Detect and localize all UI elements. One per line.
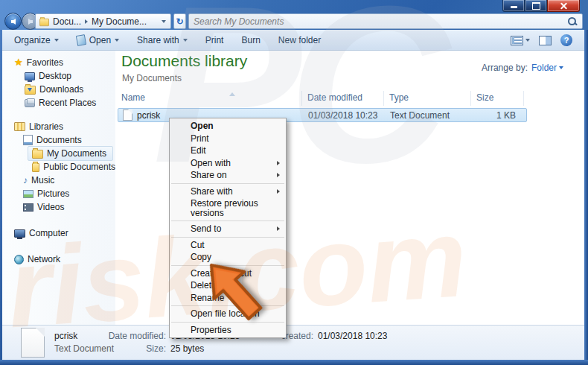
sidebar-item-music[interactable]: ♪Music bbox=[2, 174, 115, 187]
sidebar-item-libraries[interactable]: Libraries bbox=[2, 120, 115, 133]
close-button[interactable] bbox=[547, 0, 580, 12]
column-divider bbox=[470, 91, 471, 106]
details-modified-label: Date modified: bbox=[92, 331, 166, 341]
column-divider bbox=[301, 91, 302, 106]
burn-label: Burn bbox=[241, 35, 260, 45]
folder-icon bbox=[32, 163, 39, 172]
column-header-date-modified[interactable]: Date modified bbox=[307, 92, 362, 103]
organize-button[interactable]: Organize bbox=[14, 35, 59, 45]
print-label: Print bbox=[205, 35, 224, 45]
explorer-window: Docu... My Docume... ↻ Organize Open Sha… bbox=[0, 0, 588, 365]
menu-separator bbox=[171, 220, 284, 221]
menu-item-send-to[interactable]: Send to bbox=[170, 223, 286, 235]
refresh-icon: ↻ bbox=[176, 16, 183, 27]
sidebar-item-downloads[interactable]: Downloads bbox=[2, 83, 115, 96]
back-button[interactable] bbox=[4, 13, 22, 30]
share-with-button[interactable]: Share with bbox=[137, 35, 188, 45]
refresh-button[interactable]: ↻ bbox=[173, 13, 186, 29]
command-toolbar: Organize Open Share with Print Burn New … bbox=[2, 30, 584, 51]
menu-item-restore-previous-versions[interactable]: Restore previous versions bbox=[170, 197, 286, 219]
computer-icon bbox=[14, 229, 25, 238]
dropdown-caret-icon bbox=[525, 39, 530, 42]
search-icon[interactable] bbox=[567, 16, 578, 27]
menu-item-open-with[interactable]: Open with bbox=[170, 157, 286, 170]
dropdown-caret-icon bbox=[115, 39, 119, 42]
minimize-button[interactable] bbox=[502, 0, 525, 12]
sidebar-item-my-documents[interactable]: My Documents bbox=[2, 147, 115, 160]
window-frame-bottom bbox=[0, 360, 588, 365]
sidebar-item-videos[interactable]: Videos bbox=[2, 200, 115, 214]
sidebar-item-documents[interactable]: Documents bbox=[2, 133, 115, 147]
column-header-size[interactable]: Size bbox=[476, 92, 493, 103]
text-file-icon bbox=[123, 110, 132, 121]
network-globe-icon bbox=[14, 255, 24, 264]
breadcrumb-item-my-documents[interactable]: My Docume... bbox=[89, 16, 150, 27]
file-date-modified: 01/03/2018 10:23 bbox=[308, 110, 377, 121]
sort-indicator-icon bbox=[229, 92, 235, 96]
dropdown-caret-icon bbox=[54, 39, 59, 42]
column-header-type[interactable]: Type bbox=[389, 92, 409, 103]
menu-item-open[interactable]: Open bbox=[170, 120, 286, 133]
minimize-icon bbox=[511, 6, 517, 8]
details-size-value: 25 bytes bbox=[170, 343, 204, 354]
folder-icon bbox=[32, 150, 43, 159]
help-button[interactable]: ? bbox=[560, 34, 572, 46]
search-input[interactable] bbox=[189, 16, 567, 27]
back-arrow-icon bbox=[11, 19, 16, 25]
menu-item-share-on[interactable]: Share on bbox=[170, 169, 286, 182]
details-size-label: Size: bbox=[92, 343, 166, 354]
arrange-by-control[interactable]: Arrange by: Folder bbox=[482, 63, 563, 73]
window-controls bbox=[502, 0, 580, 12]
navigation-pane: ★Favorites Desktop Downloads Recent Plac… bbox=[2, 51, 115, 326]
sidebar-item-network[interactable]: Network bbox=[2, 253, 115, 266]
file-type: Text Document bbox=[390, 110, 450, 121]
sidebar-item-pictures[interactable]: Pictures bbox=[2, 187, 115, 200]
breadcrumb-separator-icon bbox=[85, 19, 88, 24]
preview-pane-button[interactable] bbox=[539, 36, 552, 45]
page-title: Documents library bbox=[121, 52, 247, 70]
column-header-name[interactable]: Name bbox=[121, 92, 145, 103]
videos-icon bbox=[23, 203, 33, 212]
sidebar-item-favorites[interactable]: ★Favorites bbox=[2, 56, 115, 69]
menu-separator bbox=[171, 183, 284, 184]
pictures-icon bbox=[23, 190, 33, 198]
arrange-by-label: Arrange by: bbox=[482, 63, 528, 73]
downloads-folder-icon bbox=[25, 86, 36, 95]
search-box bbox=[188, 13, 583, 29]
breadcrumb-item-documents[interactable]: Docu... bbox=[50, 16, 84, 27]
music-note-icon: ♪ bbox=[23, 176, 28, 185]
sidebar-item-public-documents[interactable]: Public Documents bbox=[2, 160, 115, 174]
open-label: Open bbox=[89, 35, 111, 45]
text-file-icon-large bbox=[21, 328, 45, 358]
menu-item-edit[interactable]: Edit bbox=[170, 145, 286, 157]
column-divider bbox=[383, 91, 384, 106]
recent-places-icon bbox=[25, 99, 35, 107]
maximize-icon bbox=[532, 2, 540, 10]
open-button[interactable]: Open bbox=[77, 35, 119, 45]
maximize-button[interactable] bbox=[525, 0, 547, 12]
breadcrumb-dropdown-icon[interactable] bbox=[162, 20, 166, 23]
menu-item-properties[interactable]: Properties bbox=[170, 324, 286, 337]
details-pane: pcrisk Text Document Date modified: 01/0… bbox=[2, 325, 584, 360]
details-created-value: 01/03/2018 10:23 bbox=[318, 331, 387, 341]
change-view-button[interactable] bbox=[511, 36, 530, 45]
print-button[interactable]: Print bbox=[205, 35, 224, 45]
libraries-icon bbox=[14, 122, 25, 131]
new-folder-button[interactable]: New folder bbox=[278, 35, 321, 45]
dropdown-caret-icon bbox=[559, 66, 563, 69]
menu-item-share-with[interactable]: Share with bbox=[170, 185, 286, 198]
menu-separator bbox=[171, 237, 284, 238]
sidebar-item-recent-places[interactable]: Recent Places bbox=[2, 96, 115, 110]
menu-item-print[interactable]: Print bbox=[170, 133, 286, 145]
burn-button[interactable]: Burn bbox=[241, 35, 260, 45]
sidebar-item-desktop[interactable]: Desktop bbox=[2, 69, 115, 83]
breadcrumb[interactable]: Docu... My Docume... bbox=[35, 13, 171, 29]
arrange-by-value[interactable]: Folder bbox=[531, 63, 563, 73]
forward-arrow-icon bbox=[28, 19, 33, 25]
close-icon bbox=[560, 1, 568, 10]
monitor-icon bbox=[25, 72, 35, 80]
dropdown-caret-icon bbox=[183, 39, 188, 42]
file-name: pcrisk bbox=[137, 110, 160, 121]
share-with-label: Share with bbox=[137, 35, 179, 45]
sidebar-item-computer[interactable]: Computer bbox=[2, 226, 115, 240]
